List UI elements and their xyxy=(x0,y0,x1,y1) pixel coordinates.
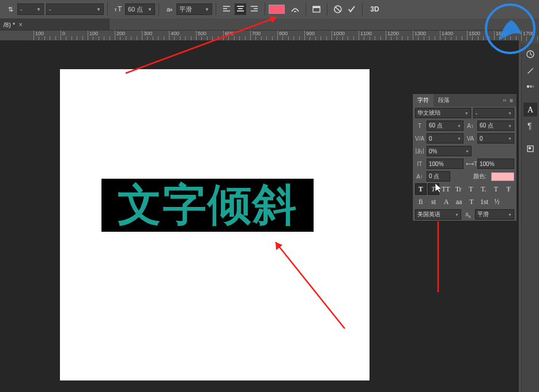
panel-expand-icon[interactable]: ›› xyxy=(503,97,506,103)
panel-aa-icon: aa xyxy=(463,211,473,218)
strikethrough-button[interactable]: Ŧ xyxy=(503,183,514,195)
font-size-combo[interactable]: 60 点▼ xyxy=(125,3,155,15)
horizontal-ruler[interactable]: 1000100200300400500600700800900100011001… xyxy=(0,30,519,42)
faux-bold-button[interactable]: T xyxy=(415,183,427,195)
character-panel: 字符 段落 ›› ≡ 华文琥珀▼ -▼ T 60 点▼ A↕ 60 点▼ V/A… xyxy=(412,93,517,221)
anti-alias-combo[interactable]: 平滑▼ xyxy=(176,3,212,15)
oldstyle-button[interactable]: A xyxy=(440,196,452,208)
commit-icon[interactable] xyxy=(346,3,357,15)
font-family-combo[interactable]: -▼ xyxy=(17,3,44,15)
panel-baselinepct-input[interactable]: 0%▼ xyxy=(427,146,472,156)
font-style-value: - xyxy=(49,6,51,13)
swatches-panel-icon[interactable] xyxy=(523,80,537,93)
panel-font-style-combo[interactable]: -▼ xyxy=(473,108,514,118)
panel-hscale-input[interactable]: 100% xyxy=(477,159,514,169)
svg-rect-13 xyxy=(530,85,532,88)
font-size-icon: TT xyxy=(112,3,124,15)
brush-panel-icon[interactable] xyxy=(523,63,537,77)
panel-color-label: 颜色: xyxy=(473,172,487,180)
text-options-bar: ⇅ -▼ -▼ TT 60 点▼ aa 平滑▼ 3D xyxy=(0,0,539,18)
svg-rect-14 xyxy=(533,85,534,88)
panel-font-size-input[interactable]: 60 点▼ xyxy=(427,120,463,131)
panel-aa-combo[interactable]: 平滑▼ xyxy=(475,209,514,220)
stylistic-button[interactable]: aa xyxy=(453,196,465,208)
tracking-field-icon: VA xyxy=(466,135,475,142)
baseline-pct-icon: |あ| xyxy=(415,147,424,155)
ordinals-button[interactable]: 1st xyxy=(478,196,490,208)
align-right-icon[interactable] xyxy=(248,3,260,15)
text-color-swatch[interactable] xyxy=(269,5,285,14)
faux-style-row-2: fistAaaT1st½ xyxy=(413,195,517,208)
titling-button[interactable]: T xyxy=(466,196,477,208)
panel-baseline-shift-input[interactable]: 0 点 xyxy=(427,171,450,182)
svg-text:A: A xyxy=(527,105,534,114)
canvas-text[interactable]: 文字倾斜 xyxy=(101,179,314,232)
ligatures-button[interactable]: fi xyxy=(415,196,427,208)
panel-leading-input[interactable]: 60 点▼ xyxy=(477,120,514,131)
font-family-value: - xyxy=(20,6,22,13)
superscript-button[interactable]: T xyxy=(465,183,477,195)
kerning-field-icon: V/A xyxy=(415,135,424,142)
panel-tracking-input[interactable]: 0▼ xyxy=(477,133,514,144)
align-center-icon[interactable] xyxy=(235,3,246,15)
warp-text-icon[interactable] xyxy=(289,3,301,15)
paragraph-tab[interactable]: 段落 xyxy=(434,94,454,107)
vscale-field-icon: IT xyxy=(415,161,424,167)
tab-close-icon[interactable]: × xyxy=(18,21,22,29)
align-left-icon[interactable] xyxy=(221,3,232,15)
panel-vscale-input[interactable]: 100% xyxy=(427,159,463,169)
history-panel-icon[interactable] xyxy=(523,47,537,61)
subscript-button[interactable]: T. xyxy=(478,183,489,195)
panel-color-swatch[interactable] xyxy=(491,172,514,181)
canvas-page: 文字倾斜 xyxy=(60,69,370,380)
document-tab-strip: /8) * × xyxy=(0,18,110,31)
svg-text:T: T xyxy=(118,5,122,13)
styles-panel-icon[interactable] xyxy=(523,142,537,156)
svg-marker-19 xyxy=(435,183,442,193)
svg-text:T: T xyxy=(114,7,117,13)
panel-toggle-icon[interactable] xyxy=(311,3,322,15)
panel-rail: A ¶ xyxy=(521,44,539,392)
character-tab[interactable]: 字符 xyxy=(413,94,434,107)
mouse-cursor-icon xyxy=(435,183,442,193)
leading-field-icon: A↕ xyxy=(466,123,475,129)
font-size-value: 60 点 xyxy=(128,5,143,14)
svg-rect-18 xyxy=(529,147,531,149)
panel-font-family-combo[interactable]: 华文琥珀▼ xyxy=(415,108,471,118)
svg-rect-3 xyxy=(313,6,320,8)
hscale-field-icon: ⟷T xyxy=(466,161,475,167)
panel-kerning-input[interactable]: 0▼ xyxy=(427,133,463,144)
alt-ligatures-button[interactable]: st xyxy=(428,196,439,208)
anti-alias-icon: aa xyxy=(164,3,175,15)
document-tab[interactable]: /8) * × xyxy=(0,18,26,31)
character-panel-icon[interactable]: A xyxy=(523,103,537,116)
underline-button[interactable]: T xyxy=(491,183,502,195)
panel-language-combo[interactable]: 美国英语▼ xyxy=(415,209,461,220)
small-caps-button[interactable]: Tr xyxy=(453,183,464,195)
fractions-button[interactable]: ½ xyxy=(491,196,503,208)
svg-rect-12 xyxy=(527,85,529,88)
font-size-field-icon: T xyxy=(415,123,424,129)
faux-style-row-1: TTTTTrTT.TŦ xyxy=(413,183,517,195)
panel-menu-icon[interactable]: ≡ xyxy=(510,97,513,104)
font-style-combo[interactable]: -▼ xyxy=(46,3,104,15)
toggle-orientation-icon[interactable]: ⇅ xyxy=(5,3,16,15)
paragraph-panel-icon[interactable]: ¶ xyxy=(523,119,537,133)
baseline-shift-icon: A↑ xyxy=(415,174,424,180)
three-d-button[interactable]: 3D xyxy=(367,3,382,15)
document-tab-title: /8) * xyxy=(3,21,15,28)
cancel-icon[interactable] xyxy=(332,3,344,15)
anti-alias-value: 平滑 xyxy=(179,5,192,14)
svg-text:¶: ¶ xyxy=(527,121,532,130)
character-panel-header: 字符 段落 ›› ≡ xyxy=(413,94,517,107)
